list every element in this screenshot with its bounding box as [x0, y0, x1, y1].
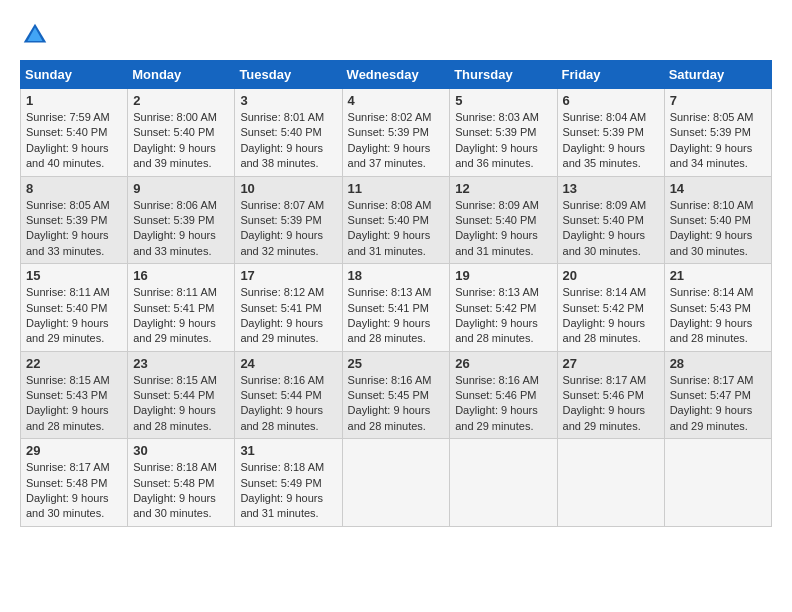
- calendar-cell: 28 Sunrise: 8:17 AM Sunset: 5:47 PM Dayl…: [664, 351, 771, 439]
- calendar-cell: 17 Sunrise: 8:12 AM Sunset: 5:41 PM Dayl…: [235, 264, 342, 352]
- logo: [20, 20, 54, 50]
- cell-content: Sunrise: 8:04 AM Sunset: 5:39 PM Dayligh…: [563, 110, 659, 172]
- cell-content: Sunrise: 8:11 AM Sunset: 5:40 PM Dayligh…: [26, 285, 122, 347]
- day-number: 29: [26, 443, 122, 458]
- cell-content: Sunrise: 8:08 AM Sunset: 5:40 PM Dayligh…: [348, 198, 445, 260]
- calendar-cell: 24 Sunrise: 8:16 AM Sunset: 5:44 PM Dayl…: [235, 351, 342, 439]
- logo-icon: [20, 20, 50, 50]
- calendar-cell: 5 Sunrise: 8:03 AM Sunset: 5:39 PM Dayli…: [450, 89, 557, 177]
- calendar-header-row: SundayMondayTuesdayWednesdayThursdayFrid…: [21, 61, 772, 89]
- calendar-cell: 22 Sunrise: 8:15 AM Sunset: 5:43 PM Dayl…: [21, 351, 128, 439]
- day-number: 1: [26, 93, 122, 108]
- calendar-cell: 19 Sunrise: 8:13 AM Sunset: 5:42 PM Dayl…: [450, 264, 557, 352]
- day-number: 30: [133, 443, 229, 458]
- header: [20, 20, 772, 50]
- calendar-cell: 21 Sunrise: 8:14 AM Sunset: 5:43 PM Dayl…: [664, 264, 771, 352]
- day-number: 9: [133, 181, 229, 196]
- calendar-cell: [557, 439, 664, 527]
- calendar-cell: 6 Sunrise: 8:04 AM Sunset: 5:39 PM Dayli…: [557, 89, 664, 177]
- day-number: 28: [670, 356, 766, 371]
- cell-content: Sunrise: 8:01 AM Sunset: 5:40 PM Dayligh…: [240, 110, 336, 172]
- cell-content: Sunrise: 8:16 AM Sunset: 5:45 PM Dayligh…: [348, 373, 445, 435]
- cell-content: Sunrise: 8:07 AM Sunset: 5:39 PM Dayligh…: [240, 198, 336, 260]
- day-number: 3: [240, 93, 336, 108]
- calendar-cell: 4 Sunrise: 8:02 AM Sunset: 5:39 PM Dayli…: [342, 89, 450, 177]
- cell-content: Sunrise: 8:05 AM Sunset: 5:39 PM Dayligh…: [670, 110, 766, 172]
- calendar-week-row: 29 Sunrise: 8:17 AM Sunset: 5:48 PM Dayl…: [21, 439, 772, 527]
- calendar-cell: 15 Sunrise: 8:11 AM Sunset: 5:40 PM Dayl…: [21, 264, 128, 352]
- day-number: 26: [455, 356, 551, 371]
- day-number: 6: [563, 93, 659, 108]
- calendar-cell: 11 Sunrise: 8:08 AM Sunset: 5:40 PM Dayl…: [342, 176, 450, 264]
- day-number: 16: [133, 268, 229, 283]
- cell-content: Sunrise: 8:09 AM Sunset: 5:40 PM Dayligh…: [455, 198, 551, 260]
- day-number: 10: [240, 181, 336, 196]
- column-header-sunday: Sunday: [21, 61, 128, 89]
- calendar-cell: [450, 439, 557, 527]
- day-number: 11: [348, 181, 445, 196]
- day-number: 18: [348, 268, 445, 283]
- day-number: 8: [26, 181, 122, 196]
- cell-content: Sunrise: 8:16 AM Sunset: 5:46 PM Dayligh…: [455, 373, 551, 435]
- day-number: 4: [348, 93, 445, 108]
- day-number: 22: [26, 356, 122, 371]
- column-header-saturday: Saturday: [664, 61, 771, 89]
- cell-content: Sunrise: 8:13 AM Sunset: 5:41 PM Dayligh…: [348, 285, 445, 347]
- day-number: 7: [670, 93, 766, 108]
- cell-content: Sunrise: 8:14 AM Sunset: 5:42 PM Dayligh…: [563, 285, 659, 347]
- day-number: 19: [455, 268, 551, 283]
- day-number: 15: [26, 268, 122, 283]
- day-number: 24: [240, 356, 336, 371]
- cell-content: Sunrise: 8:17 AM Sunset: 5:47 PM Dayligh…: [670, 373, 766, 435]
- calendar-cell: 29 Sunrise: 8:17 AM Sunset: 5:48 PM Dayl…: [21, 439, 128, 527]
- cell-content: Sunrise: 8:12 AM Sunset: 5:41 PM Dayligh…: [240, 285, 336, 347]
- day-number: 23: [133, 356, 229, 371]
- calendar-cell: 10 Sunrise: 8:07 AM Sunset: 5:39 PM Dayl…: [235, 176, 342, 264]
- calendar-cell: 20 Sunrise: 8:14 AM Sunset: 5:42 PM Dayl…: [557, 264, 664, 352]
- calendar-week-row: 1 Sunrise: 7:59 AM Sunset: 5:40 PM Dayli…: [21, 89, 772, 177]
- day-number: 20: [563, 268, 659, 283]
- cell-content: Sunrise: 8:03 AM Sunset: 5:39 PM Dayligh…: [455, 110, 551, 172]
- calendar-cell: 2 Sunrise: 8:00 AM Sunset: 5:40 PM Dayli…: [128, 89, 235, 177]
- calendar-week-row: 8 Sunrise: 8:05 AM Sunset: 5:39 PM Dayli…: [21, 176, 772, 264]
- cell-content: Sunrise: 8:11 AM Sunset: 5:41 PM Dayligh…: [133, 285, 229, 347]
- cell-content: Sunrise: 8:17 AM Sunset: 5:48 PM Dayligh…: [26, 460, 122, 522]
- day-number: 25: [348, 356, 445, 371]
- day-number: 5: [455, 93, 551, 108]
- calendar-cell: 7 Sunrise: 8:05 AM Sunset: 5:39 PM Dayli…: [664, 89, 771, 177]
- cell-content: Sunrise: 8:18 AM Sunset: 5:48 PM Dayligh…: [133, 460, 229, 522]
- column-header-wednesday: Wednesday: [342, 61, 450, 89]
- calendar-table: SundayMondayTuesdayWednesdayThursdayFrid…: [20, 60, 772, 527]
- calendar-cell: 14 Sunrise: 8:10 AM Sunset: 5:40 PM Dayl…: [664, 176, 771, 264]
- day-number: 2: [133, 93, 229, 108]
- cell-content: Sunrise: 8:09 AM Sunset: 5:40 PM Dayligh…: [563, 198, 659, 260]
- column-header-thursday: Thursday: [450, 61, 557, 89]
- calendar-cell: 31 Sunrise: 8:18 AM Sunset: 5:49 PM Dayl…: [235, 439, 342, 527]
- calendar-week-row: 15 Sunrise: 8:11 AM Sunset: 5:40 PM Dayl…: [21, 264, 772, 352]
- column-header-monday: Monday: [128, 61, 235, 89]
- cell-content: Sunrise: 8:15 AM Sunset: 5:44 PM Dayligh…: [133, 373, 229, 435]
- calendar-cell: 23 Sunrise: 8:15 AM Sunset: 5:44 PM Dayl…: [128, 351, 235, 439]
- calendar-cell: 16 Sunrise: 8:11 AM Sunset: 5:41 PM Dayl…: [128, 264, 235, 352]
- calendar-cell: 25 Sunrise: 8:16 AM Sunset: 5:45 PM Dayl…: [342, 351, 450, 439]
- cell-content: Sunrise: 8:16 AM Sunset: 5:44 PM Dayligh…: [240, 373, 336, 435]
- cell-content: Sunrise: 8:02 AM Sunset: 5:39 PM Dayligh…: [348, 110, 445, 172]
- column-header-friday: Friday: [557, 61, 664, 89]
- cell-content: Sunrise: 8:14 AM Sunset: 5:43 PM Dayligh…: [670, 285, 766, 347]
- day-number: 12: [455, 181, 551, 196]
- calendar-cell: 9 Sunrise: 8:06 AM Sunset: 5:39 PM Dayli…: [128, 176, 235, 264]
- cell-content: Sunrise: 8:15 AM Sunset: 5:43 PM Dayligh…: [26, 373, 122, 435]
- day-number: 14: [670, 181, 766, 196]
- calendar-cell: 30 Sunrise: 8:18 AM Sunset: 5:48 PM Dayl…: [128, 439, 235, 527]
- calendar-cell: 13 Sunrise: 8:09 AM Sunset: 5:40 PM Dayl…: [557, 176, 664, 264]
- calendar-cell: 1 Sunrise: 7:59 AM Sunset: 5:40 PM Dayli…: [21, 89, 128, 177]
- calendar-cell: 27 Sunrise: 8:17 AM Sunset: 5:46 PM Dayl…: [557, 351, 664, 439]
- cell-content: Sunrise: 7:59 AM Sunset: 5:40 PM Dayligh…: [26, 110, 122, 172]
- calendar-cell: 12 Sunrise: 8:09 AM Sunset: 5:40 PM Dayl…: [450, 176, 557, 264]
- column-header-tuesday: Tuesday: [235, 61, 342, 89]
- cell-content: Sunrise: 8:05 AM Sunset: 5:39 PM Dayligh…: [26, 198, 122, 260]
- calendar-cell: 18 Sunrise: 8:13 AM Sunset: 5:41 PM Dayl…: [342, 264, 450, 352]
- calendar-cell: 3 Sunrise: 8:01 AM Sunset: 5:40 PM Dayli…: [235, 89, 342, 177]
- cell-content: Sunrise: 8:00 AM Sunset: 5:40 PM Dayligh…: [133, 110, 229, 172]
- cell-content: Sunrise: 8:13 AM Sunset: 5:42 PM Dayligh…: [455, 285, 551, 347]
